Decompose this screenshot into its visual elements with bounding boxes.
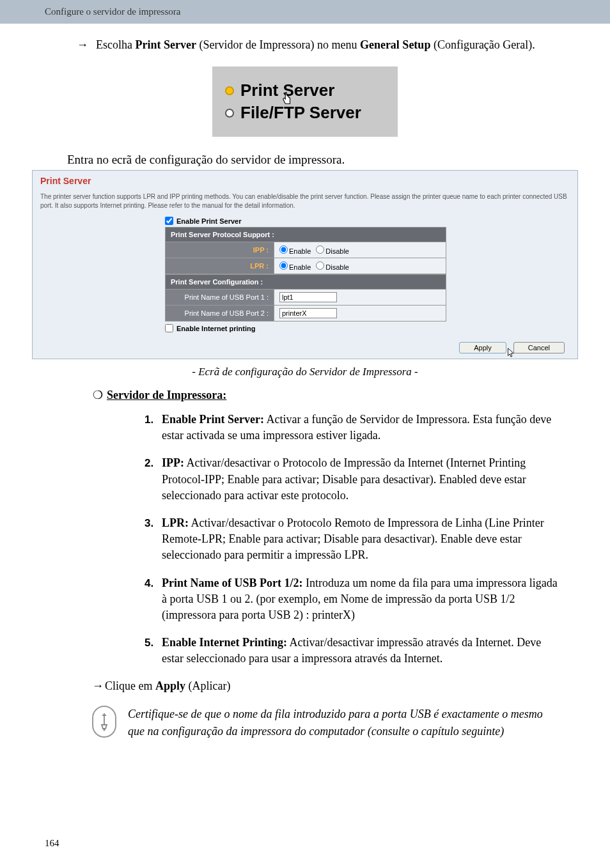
usb2-input[interactable] xyxy=(279,308,337,318)
usb1-input[interactable] xyxy=(279,292,337,302)
note-icon xyxy=(92,706,116,738)
ipp-enable-radio[interactable] xyxy=(279,245,288,254)
radio-empty-icon xyxy=(225,109,234,118)
cancel-button[interactable]: Cancel xyxy=(513,342,565,353)
menu-option-file-ftp[interactable]: File/FTP Server xyxy=(225,103,385,123)
ipp-row: IPP : Enable Disable xyxy=(165,242,446,258)
menu-opt2-label: File/FTP Server xyxy=(240,103,361,123)
explanation-list: Enable Print Server: Activar a função de… xyxy=(157,412,565,667)
ipp-disable-radio[interactable] xyxy=(316,245,324,254)
apply-bold: Apply xyxy=(155,679,185,692)
page-header: Configure o servidor de impressora xyxy=(0,0,610,24)
arrow-icon: → xyxy=(92,679,104,692)
config-header: Print Server Configuration : xyxy=(165,274,446,290)
panel-title: Print Server xyxy=(40,176,570,186)
instruction-bold2: General Setup xyxy=(360,38,431,51)
usb1-row: Print Name of USB Port 1 : xyxy=(165,290,446,306)
panel-description: The printer server function supports LPR… xyxy=(40,192,570,210)
apply-prefix: Clique em xyxy=(105,679,155,692)
apply-suffix: (Aplicar) xyxy=(185,679,230,692)
note-text: Certifique-se de que o nome da fila intr… xyxy=(128,706,565,739)
radio-selected-icon xyxy=(225,86,234,95)
lead-text: Entra no ecrã de configuração do servido… xyxy=(67,153,565,167)
bullet-icon: ❍ xyxy=(93,389,103,401)
section-title: ❍Servidor de Impressora: xyxy=(93,388,565,402)
caption: - Ecrã de configuração do Servidor de Im… xyxy=(45,366,565,378)
section-title-text: Servidor de Impressora: xyxy=(107,389,226,401)
enable-print-server-checkbox[interactable]: Enable Print Server xyxy=(165,217,446,225)
list-item: Print Name of USB Port 1/2: Introduza um… xyxy=(157,575,565,624)
apply-button[interactable]: Apply xyxy=(459,342,506,353)
cursor-arrow-icon xyxy=(507,348,515,360)
checkbox-enable-ps[interactable] xyxy=(165,217,173,225)
lpr-row: LPR : Enable Disable xyxy=(165,258,446,274)
lpr-disable-radio[interactable] xyxy=(316,261,324,270)
protocol-header: Print Server Protocol Support : xyxy=(165,227,446,242)
usb2-label: Print Name of USB Port 2 : xyxy=(166,306,274,321)
instruction: → Escolha Print Server (Servidor de Impr… xyxy=(77,36,565,54)
checkbox-enable-internet[interactable] xyxy=(165,324,173,332)
menu-screenshot: Print Server File/FTP Server xyxy=(212,66,398,137)
lpr-enable-radio[interactable] xyxy=(279,261,288,270)
instruction-suffix: (Configuração Geral). xyxy=(430,38,535,51)
list-item: IPP: Activar/desactivar o Protocolo de I… xyxy=(157,455,565,504)
instruction-prefix: Escolha xyxy=(96,38,135,51)
ipp-enable[interactable]: Enable xyxy=(279,245,311,255)
lpr-label: LPR : xyxy=(166,258,274,274)
config-panel-screenshot: Print Server The printer server function… xyxy=(32,170,578,359)
usb2-row: Print Name of USB Port 2 : xyxy=(165,306,446,322)
lpr-disable[interactable]: Disable xyxy=(316,261,349,271)
list-item: Enable Internet Printing: Activar/desact… xyxy=(157,635,565,667)
enable-internet-checkbox[interactable]: Enable Internet printing xyxy=(165,324,446,332)
arrow-icon: → xyxy=(77,36,88,54)
ipp-label: IPP : xyxy=(166,242,274,258)
list-item: LPR: Activar/desactivar o Protocolo Remo… xyxy=(157,515,565,564)
lpr-enable[interactable]: Enable xyxy=(279,261,311,271)
list-item: Enable Print Server: Activar a função de… xyxy=(157,412,565,444)
menu-option-print-server[interactable]: Print Server xyxy=(225,81,385,100)
usb1-label: Print Name of USB Port 1 : xyxy=(166,290,274,305)
instruction-bold1: Print Server xyxy=(135,38,196,51)
note: Certifique-se de que o nome da fila intr… xyxy=(92,706,565,739)
instruction-mid: (Servidor de Impressora) no menu xyxy=(196,38,360,51)
page-number: 164 xyxy=(45,838,59,849)
cursor-hand-icon xyxy=(281,92,293,109)
svg-point-0 xyxy=(104,729,106,731)
enable-ps-label: Enable Print Server xyxy=(176,217,242,225)
ipp-disable[interactable]: Disable xyxy=(316,245,349,255)
enable-internet-label: Enable Internet printing xyxy=(176,325,255,332)
apply-instruction: →Clique em Apply (Aplicar) xyxy=(92,679,565,693)
